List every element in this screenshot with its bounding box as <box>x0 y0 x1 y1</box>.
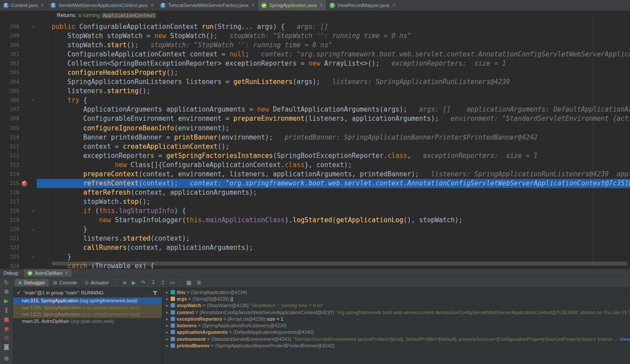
step-into-icon[interactable]: ↧ <box>151 280 155 286</box>
line-number[interactable]: 306 <box>0 96 19 105</box>
breakpoint-gutter[interactable] <box>19 32 30 41</box>
fold-gutter[interactable] <box>30 197 37 206</box>
code-text[interactable]: configureIgnoreBeanInfo(environment); <box>52 124 630 133</box>
line-number[interactable]: 301 <box>0 50 19 59</box>
view-options-icon[interactable]: ▦ <box>186 280 191 286</box>
breakpoint-gutter[interactable] <box>19 179 30 188</box>
breakpoint-gutter[interactable] <box>19 96 30 105</box>
breakpoint-gutter[interactable] <box>19 161 30 170</box>
code-area[interactable]: 298▾public ConfigurableApplicationContex… <box>0 22 630 269</box>
editor-tab[interactable]: CServletWebServerApplicationContext.java… <box>47 0 157 10</box>
breakpoint-gutter[interactable] <box>19 133 30 142</box>
fold-gutter[interactable] <box>30 77 37 87</box>
line-number[interactable]: 324 <box>0 262 19 269</box>
breakpoint-gutter[interactable] <box>19 262 30 269</box>
code-text[interactable]: Banner printedBanner = printBanner(envir… <box>52 133 630 142</box>
variable-row[interactable]: ▸listeners = {SpringApplicationRunListen… <box>162 322 630 329</box>
breakpoint-gutter[interactable] <box>19 243 30 252</box>
code-text[interactable]: refreshContext(context); context: "org.s… <box>52 179 630 188</box>
fold-gutter[interactable] <box>30 262 37 269</box>
tab-close-icon[interactable]: × <box>320 2 323 8</box>
code-text[interactable]: callRunners(context, applicationArgument… <box>52 243 630 252</box>
code-text[interactable]: listeners.starting(); <box>52 87 630 96</box>
code-text[interactable]: ConfigurableApplicationContext context =… <box>52 50 630 59</box>
fold-gutter[interactable] <box>30 105 37 114</box>
fold-gutter[interactable] <box>30 234 37 243</box>
view-link[interactable]: View <box>620 336 630 342</box>
fold-gutter[interactable]: ▾ <box>30 96 37 105</box>
tab-close-icon[interactable]: × <box>252 2 255 8</box>
fold-gutter[interactable]: ▾ <box>30 22 37 32</box>
editor[interactable]: Returns: a running ApplicationContext 29… <box>0 11 630 269</box>
breakpoint-gutter[interactable] <box>19 206 30 216</box>
line-number[interactable]: 315 <box>0 179 19 188</box>
breakpoint-gutter[interactable] <box>19 105 30 114</box>
breakpoint-gutter[interactable] <box>19 252 30 262</box>
variable-row[interactable]: ▸args = {String[0]@4235} [] <box>162 295 630 302</box>
line-number[interactable]: 318 <box>0 206 19 216</box>
breakpoint-gutter[interactable] <box>19 151 30 161</box>
code-text[interactable]: if (this.logStartupInfo) { <box>52 206 630 216</box>
code-text[interactable]: stopWatch.stop(); <box>52 197 630 206</box>
expand-arrow-icon[interactable]: ▸ <box>164 343 170 348</box>
resume-icon[interactable]: ▶ <box>4 298 9 304</box>
code-text[interactable]: prepareContext(context, environment, lis… <box>52 170 630 179</box>
settings-gear-icon[interactable]: ⚙ <box>0 356 13 362</box>
code-text[interactable]: exceptionReporters = getSpringFactoriesI… <box>52 151 630 161</box>
fold-gutter[interactable] <box>30 243 37 252</box>
line-number[interactable]: 321 <box>0 234 19 243</box>
breakpoint-gutter[interactable] <box>19 142 30 151</box>
thread-selector[interactable]: ✔ "main"@1 in group "main": RUNNING <box>13 288 162 298</box>
tool-tab-actuator[interactable]: ◎Actuator <box>81 279 112 286</box>
expand-arrow-icon[interactable]: ▸ <box>164 290 170 294</box>
code-text[interactable]: public ConfigurableApplicationContext ru… <box>52 22 630 32</box>
code-text[interactable]: SpringApplicationRunListeners listeners … <box>52 77 630 87</box>
breakpoint-gutter[interactable] <box>19 114 30 123</box>
run-to-cursor-icon[interactable]: ↦ <box>170 280 175 286</box>
breakpoint-gutter[interactable] <box>19 197 30 206</box>
code-text[interactable]: } <box>52 225 630 234</box>
fold-gutter[interactable] <box>30 32 37 41</box>
code-text[interactable]: stopWatch.start(); stopWatch: "StopWatch… <box>52 41 630 50</box>
rerun-icon[interactable]: ↻ <box>4 280 9 286</box>
fold-gutter[interactable] <box>30 124 37 133</box>
line-number[interactable]: 317 <box>0 197 19 206</box>
expand-arrow-icon[interactable]: ▸ <box>164 303 170 308</box>
expand-arrow-icon[interactable]: ▸ <box>164 310 170 315</box>
variable-row[interactable]: ▸context = {AnnotationConfigServletWebSe… <box>162 309 630 315</box>
line-number[interactable]: 299 <box>0 32 19 41</box>
breakpoint-gutter[interactable] <box>19 188 30 197</box>
expand-arrow-icon[interactable]: ▸ <box>164 323 170 328</box>
line-number[interactable]: 309 <box>0 124 19 133</box>
line-number[interactable]: 314 <box>0 170 19 179</box>
tab-close-icon[interactable]: × <box>150 2 154 8</box>
line-number[interactable]: 310 <box>0 133 19 142</box>
expand-arrow-icon[interactable]: ▸ <box>164 317 170 321</box>
expand-arrow-icon[interactable]: ▸ <box>164 297 170 301</box>
fold-gutter[interactable] <box>30 41 37 50</box>
code-text[interactable]: StopWatch stopWatch = new StopWatch(); s… <box>52 32 630 41</box>
editor-tab[interactable]: IViewRecordMapper.java× <box>326 0 399 10</box>
breakpoint-gutter[interactable] <box>19 87 30 96</box>
line-number[interactable]: 319 <box>0 216 19 225</box>
editor-tab[interactable]: SpringApplication.java× <box>258 0 326 10</box>
line-number[interactable]: 320 <box>0 225 19 234</box>
editor-tab[interactable]: CContext.java× <box>0 0 47 10</box>
breakpoint-gutter[interactable] <box>19 225 30 234</box>
fold-gutter[interactable] <box>30 87 37 96</box>
fold-gutter[interactable] <box>30 188 37 197</box>
step-over-icon[interactable]: ↷ <box>141 280 146 286</box>
fold-gutter[interactable] <box>30 216 37 225</box>
code-text[interactable]: new StartupInfoLogger(this.mainApplicati… <box>52 216 630 225</box>
debug-session-tab[interactable]: AstroDpMain × <box>23 269 72 277</box>
fold-gutter[interactable] <box>30 170 37 179</box>
line-number[interactable]: 312 <box>0 151 19 161</box>
breakpoint-gutter[interactable] <box>19 170 30 179</box>
expand-arrow-icon[interactable]: ▸ <box>164 330 170 334</box>
code-text[interactable]: try { <box>52 96 630 105</box>
fold-gutter[interactable] <box>30 114 37 123</box>
fold-gutter[interactable] <box>30 68 37 77</box>
variable-row[interactable]: ▸printedBanner = {SpringApplicationBanne… <box>162 342 630 349</box>
code-text[interactable]: ApplicationArguments applicationArgument… <box>52 105 630 114</box>
code-text[interactable]: ConfigurableEnvironment environment = pr… <box>52 114 630 123</box>
